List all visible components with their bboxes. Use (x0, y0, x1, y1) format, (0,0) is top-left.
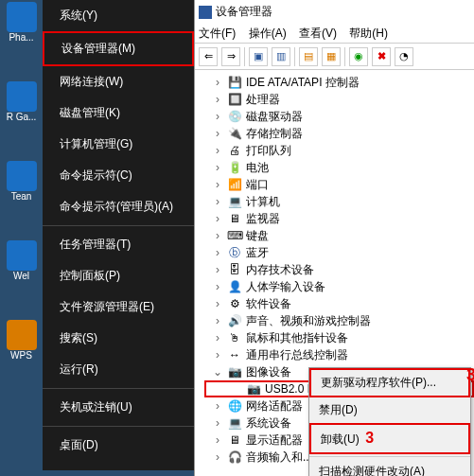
tree-item[interactable]: ›🔌存储控制器 (204, 125, 474, 142)
twisty-icon[interactable]: › (212, 178, 223, 191)
tree-item[interactable]: ›💻计算机 (204, 193, 474, 210)
twisty-icon[interactable]: › (212, 127, 223, 140)
tree-label: 打印队列 (246, 143, 291, 159)
desktop-icon[interactable]: Pha... (3, 2, 41, 49)
scan-icon[interactable]: ◉ (349, 47, 368, 66)
desktop-icon[interactable]: Wel (3, 240, 41, 288)
separator (244, 47, 245, 66)
tree-label: 内存技术设备 (246, 262, 314, 278)
menu-help[interactable]: 帮助(H) (349, 26, 388, 40)
tree-label: 显示适配器 (246, 432, 303, 449)
menu-network[interactable]: 网络连接(W) (43, 66, 194, 97)
ctx-scan[interactable]: 扫描检测硬件改动(A) (309, 459, 470, 476)
back-button[interactable]: ⇐ (199, 47, 218, 66)
tree-label: 音频输入和... (246, 450, 312, 466)
menu-desktop[interactable]: 桌面(D) (43, 430, 194, 461)
twisty-icon[interactable]: › (212, 161, 223, 174)
menu-computer-mgmt[interactable]: 计算机管理(G) (43, 129, 194, 160)
tree-item[interactable]: ›🔲处理器 (204, 91, 474, 108)
separator (43, 225, 194, 226)
tree-item[interactable]: ›↔通用串行总线控制器 (204, 346, 474, 363)
twisty-icon[interactable]: › (212, 399, 223, 413)
tree-item[interactable]: ›ⓑ蓝牙 (204, 244, 474, 261)
twisty-icon[interactable]: › (212, 229, 223, 242)
tree-item[interactable]: ›🗄内存技术设备 (204, 261, 474, 278)
forward-button[interactable]: ⇒ (221, 47, 240, 66)
annotation-3b: 3 (365, 430, 374, 446)
twisty-icon[interactable]: › (212, 76, 223, 89)
ctx-disable[interactable]: 禁用(D) (309, 397, 470, 423)
tree-item[interactable]: ›📶端口 (204, 176, 474, 193)
separator (294, 47, 295, 66)
tree-item[interactable]: ›⌨键盘 (204, 227, 474, 244)
menu-file[interactable]: 文件(F) (199, 26, 236, 40)
tb-icon[interactable]: ▣ (249, 47, 268, 66)
twisty-icon[interactable]: › (212, 450, 223, 464)
menu-explorer[interactable]: 文件资源管理器(E) (43, 291, 194, 323)
separator (344, 47, 345, 66)
tb-icon[interactable]: ▥ (272, 47, 290, 66)
device-icon: 🖥 (227, 433, 242, 447)
menu-system[interactable]: 系统(Y) (43, 0, 194, 31)
menu-run[interactable]: 运行(R) (43, 354, 194, 385)
device-icon: 💿 (227, 110, 242, 123)
tree-label: 人体学输入设备 (246, 279, 325, 295)
desktop-icon[interactable]: R Ga... (3, 81, 41, 129)
twisty-icon[interactable]: › (212, 195, 223, 208)
close-icon[interactable]: ✖ (372, 47, 391, 66)
tree-label: 声音、视频和游戏控制器 (246, 313, 371, 329)
device-icon: 🎧 (227, 450, 242, 464)
menu-action[interactable]: 操作(A) (249, 26, 287, 40)
twisty-icon[interactable]: › (212, 433, 223, 447)
ctx-uninstall[interactable]: 卸载(U) 3 (309, 423, 470, 454)
tree-item[interactable]: ›🖥监视器 (204, 210, 474, 227)
twisty-icon[interactable]: › (212, 93, 223, 106)
twisty-icon[interactable]: ⌄ (212, 365, 223, 379)
tree-item[interactable]: ›🖱鼠标和其他指针设备 (204, 329, 474, 346)
tree-item[interactable]: ›🖨打印队列 (204, 142, 474, 159)
tree-label: 电池 (246, 160, 269, 176)
window-title: 设备管理器 (216, 5, 272, 18)
tree-item[interactable]: ›🔋电池 (204, 159, 474, 176)
device-icon: 🗄 (227, 263, 242, 276)
twisty-icon[interactable]: › (212, 314, 223, 327)
menu-taskmgr[interactable]: 任务管理器(T) (43, 229, 194, 260)
tree-label: 鼠标和其他指针设备 (246, 330, 348, 346)
ctx-update-driver[interactable]: 更新驱动程序软件(P)... (309, 368, 470, 397)
menu-cmd-admin[interactable]: 命令提示符(管理员)(A) (43, 191, 194, 222)
tree-item[interactable]: ›💾IDE ATA/ATAPI 控制器 (204, 74, 474, 91)
menu-device-manager[interactable]: 设备管理器(M) (43, 31, 194, 66)
device-icon: ⓑ (227, 246, 242, 259)
tree-label: 存储控制器 (246, 126, 303, 142)
menu-control-panel[interactable]: 控制面板(P) (43, 260, 194, 291)
device-icon: 🖱 (227, 331, 242, 344)
twisty-icon[interactable]: › (212, 144, 223, 157)
menu-cmd[interactable]: 命令提示符(C) (43, 160, 194, 191)
twisty-icon[interactable]: › (212, 297, 223, 310)
tree-item[interactable]: ›💿磁盘驱动器 (204, 108, 474, 125)
twisty-icon[interactable]: › (212, 280, 223, 293)
twisty-icon[interactable]: › (212, 212, 223, 225)
menu-search[interactable]: 搜索(S) (43, 323, 194, 354)
menu-disk[interactable]: 磁盘管理(K) (43, 97, 194, 129)
tree-item[interactable]: ›👤人体学输入设备 (204, 278, 474, 295)
device-icon: 🔲 (227, 93, 242, 106)
tb-icon[interactable]: ▤ (299, 47, 318, 66)
twisty-icon[interactable]: › (212, 110, 223, 123)
twisty-icon[interactable]: › (212, 348, 223, 361)
twisty-icon[interactable]: › (212, 416, 223, 430)
tb-icon[interactable]: ▦ (322, 47, 341, 66)
device-icon: 💻 (227, 416, 242, 430)
tree-label: 系统设备 (246, 415, 291, 432)
twisty-icon[interactable]: › (212, 331, 223, 344)
menu-shutdown[interactable]: 关机或注销(U) (43, 392, 194, 423)
tree-item[interactable]: ›🔊声音、视频和游戏控制器 (204, 312, 474, 329)
desktop-icon[interactable]: WPS (3, 320, 41, 367)
tree-label: IDE ATA/ATAPI 控制器 (246, 75, 360, 91)
twisty-icon[interactable]: › (212, 246, 223, 259)
menu-view[interactable]: 查看(V) (299, 26, 337, 40)
desktop-icon[interactable]: Tean (3, 161, 41, 208)
twisty-icon[interactable]: › (212, 263, 223, 276)
tb-icon[interactable]: ◔ (395, 47, 413, 66)
tree-item[interactable]: ›⚙软件设备 (204, 295, 474, 312)
